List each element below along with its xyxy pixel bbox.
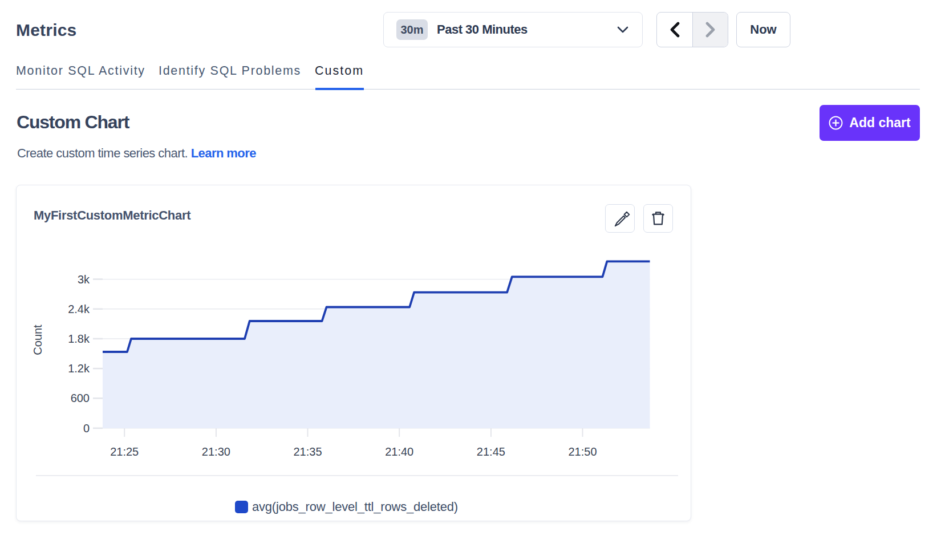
svg-text:600: 600 <box>71 392 90 404</box>
svg-text:3k: 3k <box>78 273 90 286</box>
svg-text:21:30: 21:30 <box>202 445 230 458</box>
svg-text:21:40: 21:40 <box>385 445 413 458</box>
svg-text:21:35: 21:35 <box>293 445 322 458</box>
svg-text:Count: Count <box>31 324 44 355</box>
svg-text:0: 0 <box>83 422 90 435</box>
svg-text:2.4k: 2.4k <box>68 303 90 315</box>
svg-text:1.2k: 1.2k <box>68 362 90 375</box>
svg-text:1.8k: 1.8k <box>68 332 90 345</box>
svg-text:21:25: 21:25 <box>110 445 139 458</box>
svg-text:21:45: 21:45 <box>477 445 505 458</box>
svg-text:21:50: 21:50 <box>568 445 597 458</box>
